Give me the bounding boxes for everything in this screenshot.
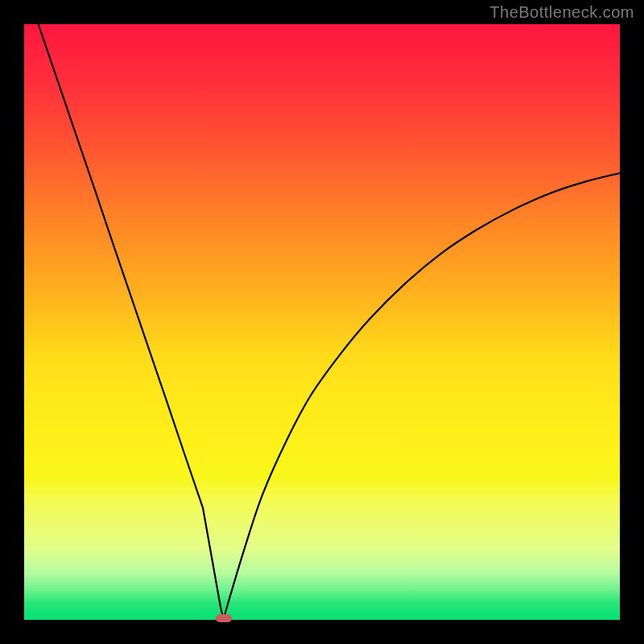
bottleneck-curve xyxy=(24,24,620,620)
chart-frame: TheBottleneck.com xyxy=(0,0,644,644)
curve-svg xyxy=(24,24,620,620)
minimum-marker xyxy=(216,614,232,622)
branding-label: TheBottleneck.com xyxy=(489,3,634,22)
